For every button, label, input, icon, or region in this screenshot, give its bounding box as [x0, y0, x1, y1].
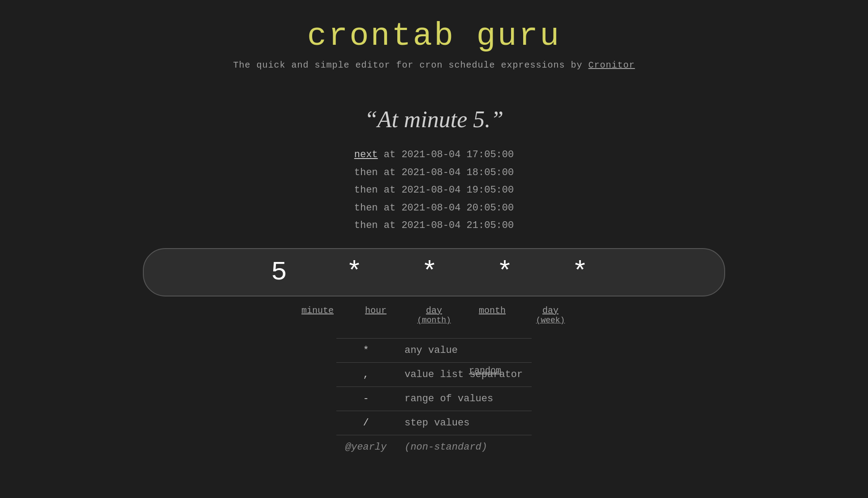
- schedule-next-row: next at 2021-08-04 17:05:00: [232, 146, 636, 164]
- cronitor-link[interactable]: Cronitor: [589, 60, 635, 70]
- schedule-wrapper: next at 2021-08-04 17:05:00 then at 2021…: [232, 146, 636, 235]
- header: crontab guru The quick and simple editor…: [0, 0, 868, 79]
- description-text: “At minute 5.”: [232, 106, 636, 133]
- legend-row: /step values: [336, 411, 532, 435]
- schedule-then-row-3: then at 2021-08-04 20:05:00: [232, 199, 636, 217]
- legend-description: value list separator: [395, 362, 532, 386]
- legend-symbol: -: [336, 386, 395, 411]
- field-label-day-month[interactable]: day (month): [405, 305, 463, 325]
- field-label-minute[interactable]: minute: [288, 305, 347, 325]
- schedule-list: next at 2021-08-04 17:05:00 then at 2021…: [232, 146, 636, 235]
- schedule-then-row-2: then at 2021-08-04 19:05:00: [232, 181, 636, 199]
- legend-symbol: ,: [336, 362, 395, 386]
- legend-symbol: /: [336, 411, 395, 435]
- description-section: “At minute 5.” next at 2021-08-04 17:05:…: [232, 106, 636, 235]
- cron-input[interactable]: [143, 248, 725, 296]
- legend-description: (non-standard): [395, 435, 532, 459]
- next-link[interactable]: next: [354, 149, 378, 160]
- schedule-then-row-4: then at 2021-08-04 21:05:00: [232, 217, 636, 235]
- legend-symbol: @yearly: [336, 435, 395, 459]
- field-label-hour[interactable]: hour: [347, 305, 405, 325]
- field-label-month[interactable]: month: [463, 305, 521, 325]
- legend-description: any value: [395, 338, 532, 362]
- random-link[interactable]: random: [469, 365, 501, 376]
- legend-description: range of values: [395, 386, 532, 411]
- legend-symbol: *: [336, 338, 395, 362]
- page-title: crontab guru: [0, 18, 868, 55]
- header-subtitle: The quick and simple editor for cron sch…: [0, 60, 868, 70]
- legend-row: *any value: [336, 338, 532, 362]
- legend-table: *any value,value list separator-range of…: [336, 338, 532, 459]
- schedule-row-4: at 2021-08-04 21:05:00: [384, 220, 514, 231]
- schedule-then-row-1: then at 2021-08-04 18:05:00: [232, 164, 636, 182]
- schedule-row-2: at 2021-08-04 19:05:00: [384, 185, 514, 196]
- legend-description: step values: [395, 411, 532, 435]
- schedule-row-0: at 2021-08-04 17:05:00: [384, 149, 514, 160]
- legend-row: ,value list separator: [336, 362, 532, 386]
- legend-row: @yearly(non-standard): [336, 435, 532, 459]
- field-label-day-week[interactable]: day (week): [521, 305, 580, 325]
- cron-input-container: [143, 248, 725, 296]
- schedule-row-3: at 2021-08-04 20:05:00: [384, 202, 514, 214]
- legend-row: -range of values: [336, 386, 532, 411]
- field-labels: minute hour day (month) month day (week): [143, 305, 725, 325]
- schedule-row-1: at 2021-08-04 18:05:00: [384, 167, 514, 178]
